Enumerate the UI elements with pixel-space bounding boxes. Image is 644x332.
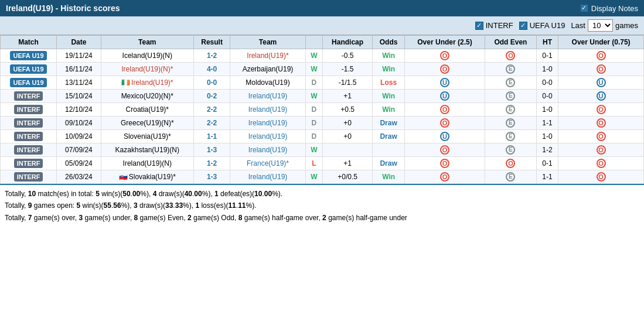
last-games-filter: Last 5 10 15 20 25 30 games: [571, 19, 638, 32]
cell-outcome: W: [305, 49, 322, 63]
cell-match-type: INTERF: [1, 117, 57, 130]
cell-result: 1-3: [193, 170, 230, 184]
cell-handicap: [322, 143, 372, 157]
cell-oe: O: [485, 49, 536, 63]
cell-result: 1-3: [193, 143, 230, 157]
cell-result: 0-2: [193, 90, 230, 103]
match-badge: INTERF: [14, 91, 43, 101]
cell-oe: E: [485, 103, 536, 117]
cell-ou075: O: [558, 117, 644, 130]
cell-date: 19/11/24: [57, 49, 101, 63]
match-badge: INTERF: [14, 132, 43, 141]
table-row: INTERF 12/10/24 Croatia(U19)* 2-2 Irelan…: [1, 103, 644, 117]
cell-odds: Win: [373, 90, 405, 103]
filter-bar: INTERF UEFA U19 Last 5 10 15 20 25 30 ga…: [0, 16, 644, 35]
uefa-checkbox[interactable]: [519, 22, 527, 30]
cell-odds: Draw: [373, 117, 405, 130]
col-odds: Odds: [373, 36, 405, 49]
cell-ou25: O: [404, 103, 485, 117]
cell-outcome: D: [305, 103, 322, 117]
cell-result: 1-1: [193, 130, 230, 143]
cell-match-type: UEFA U19: [1, 63, 57, 76]
cell-team1: Slovenia(U19)*: [101, 130, 193, 143]
cell-team2: Ireland(U19): [230, 117, 305, 130]
cell-ht: 1-2: [536, 143, 558, 157]
table-row: INTERF 10/09/24 Slovenia(U19)* 1-1 Irela…: [1, 130, 644, 143]
cell-oe: E: [485, 130, 536, 143]
cell-date: 15/10/24: [57, 90, 101, 103]
cell-date: 05/09/24: [57, 157, 101, 170]
display-notes-checkbox[interactable]: [580, 4, 588, 12]
cell-outcome: D: [305, 130, 322, 143]
cell-handicap: +0: [322, 130, 372, 143]
cell-team1: Greece(U19)(N)*: [101, 117, 193, 130]
cell-date: 26/03/24: [57, 170, 101, 184]
match-badge: INTERF: [14, 159, 43, 168]
cell-ht: 1-0: [536, 103, 558, 117]
interf-checkbox[interactable]: [475, 22, 483, 30]
cell-oe: E: [485, 76, 536, 90]
cell-handicap: -1.5: [322, 63, 372, 76]
col-team1: Team: [101, 36, 193, 49]
col-handicap: Handicap: [322, 36, 372, 49]
cell-date: 09/10/24: [57, 117, 101, 130]
cell-ou25: O: [404, 63, 485, 76]
cell-oe: E: [485, 143, 536, 157]
cell-team2: Ireland(U19): [230, 130, 305, 143]
cell-match-type: INTERF: [1, 170, 57, 184]
match-badge: INTERF: [14, 145, 43, 155]
cell-date: 07/09/24: [57, 143, 101, 157]
cell-team2: Azerbaijan(U19): [230, 63, 305, 76]
col-ht: HT: [536, 36, 558, 49]
app-container: Ireland(U19) - Historic scores Display N…: [0, 0, 644, 227]
summary-line3: Totally, 7 game(s) over, 3 game(s) under…: [5, 212, 639, 224]
cell-match-type: INTERF: [1, 130, 57, 143]
games-select[interactable]: 5 10 15 20 25 30: [588, 19, 613, 32]
match-badge: INTERF: [14, 118, 43, 128]
cell-ht: 1-0: [536, 130, 558, 143]
cell-result: 0-0: [193, 76, 230, 90]
col-team2: Team: [230, 36, 305, 49]
summary-line1: Totally, 10 match(es) in total: 5 win(s)…: [5, 188, 639, 200]
cell-ou25: O: [404, 117, 485, 130]
cell-odds: Win: [373, 170, 405, 184]
cell-outcome: W: [305, 143, 322, 157]
scores-table: Match Date Team Result Team Handicap Odd…: [0, 35, 644, 184]
cell-match-type: INTERF: [1, 90, 57, 103]
cell-team2: Ireland(U19): [230, 170, 305, 184]
cell-ht: 1-1: [536, 170, 558, 184]
cell-odds: Draw: [373, 130, 405, 143]
cell-oe: E: [485, 63, 536, 76]
cell-oe: E: [485, 117, 536, 130]
cell-ou075: O: [558, 63, 644, 76]
cell-ou25: O: [404, 170, 485, 184]
cell-ou25: O: [404, 49, 485, 63]
col-spacer: [305, 36, 322, 49]
match-badge: UEFA U19: [10, 64, 46, 74]
table-row: UEFA U19 13/11/24 🇮🇪Ireland(U19)* 0-0 Mo…: [1, 76, 644, 90]
header-controls: Display Notes: [580, 4, 638, 13]
cell-odds: Draw: [373, 157, 405, 170]
cell-result: 4-0: [193, 63, 230, 76]
table-row: INTERF 07/09/24 Kazakhstan(U19)(N) 1-3 I…: [1, 143, 644, 157]
cell-odds: [373, 143, 405, 157]
cell-ou075: O: [558, 49, 644, 63]
cell-oe: O: [485, 157, 536, 170]
cell-ou075: U: [558, 90, 644, 103]
cell-result: 1-2: [193, 49, 230, 63]
cell-match-type: UEFA U19: [1, 76, 57, 90]
page-header: Ireland(U19) - Historic scores Display N…: [0, 0, 644, 16]
cell-odds: Win: [373, 63, 405, 76]
cell-team1: 🇮🇪Ireland(U19)*: [101, 76, 193, 90]
cell-handicap: +1: [322, 157, 372, 170]
match-badge: INTERF: [14, 172, 43, 182]
cell-ht: 0-1: [536, 49, 558, 63]
page-title: Ireland(U19) - Historic scores: [6, 4, 120, 13]
cell-outcome: D: [305, 117, 322, 130]
table-row: UEFA U19 19/11/24 Iceland(U19)(N) 1-2 Ir…: [1, 49, 644, 63]
cell-team2: Ireland(U19): [230, 90, 305, 103]
col-date: Date: [57, 36, 101, 49]
uefa-filter: UEFA U19: [519, 21, 565, 30]
cell-team2: Ireland(U19)*: [230, 49, 305, 63]
cell-date: 12/10/24: [57, 103, 101, 117]
